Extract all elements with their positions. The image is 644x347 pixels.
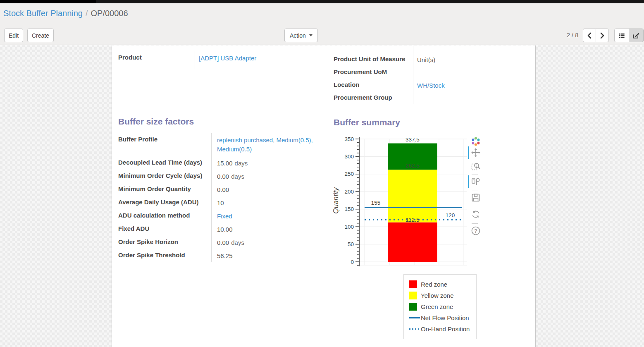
field-label: Buffer Profile <box>118 133 211 156</box>
legend-item[interactable]: Net Flow Position <box>409 312 476 323</box>
legend-label: Net Flow Position <box>421 314 469 321</box>
field-value-link[interactable]: [ADPT] USB Adapter <box>199 55 256 62</box>
field-value-link[interactable]: WH/Stock <box>417 82 445 89</box>
y-tick-label: 350 <box>344 136 354 142</box>
legend-item[interactable]: On-Hand Position <box>409 323 476 335</box>
field-value: 0.00days <box>211 236 321 249</box>
pager-previous-button[interactable] <box>583 29 596 42</box>
compare-data-on-hover-icon[interactable] <box>471 177 481 187</box>
field-label: Product <box>118 51 195 69</box>
legend-item[interactable]: Red zone <box>409 279 476 290</box>
field-label: Procurement UoM <box>334 66 413 79</box>
field-value-text: 0.00 <box>217 239 229 246</box>
view-switcher <box>614 29 644 42</box>
create-button[interactable]: Create <box>27 29 54 42</box>
breadcrumb-parent-link[interactable]: Stock Buffer Planning <box>3 9 83 18</box>
buffer-size-factors-heading: Buffer size factors <box>118 117 194 127</box>
field-value: 15.00days <box>211 156 321 170</box>
field-suffix: days <box>231 173 244 180</box>
field-value[interactable]: replenish purchased, Medium(0.5), Medium… <box>211 133 321 156</box>
legend-label: Green zone <box>421 303 453 310</box>
y-tick-label: 100 <box>344 224 354 230</box>
field-suffix: days <box>235 160 248 167</box>
pan-icon[interactable] <box>471 148 481 158</box>
edit-button[interactable]: Edit <box>4 29 23 42</box>
top-navbar-active-segment <box>0 0 96 3</box>
field-value <box>413 66 528 79</box>
zone-boundary-label: 337.5 <box>405 136 420 143</box>
field-value-text: 56.25 <box>217 252 233 259</box>
form-sheet: Product[ADPT] USB Adapter Your CompanyPr… <box>112 45 536 347</box>
field-value-link[interactable]: Fixed <box>217 213 232 220</box>
field-value[interactable]: Fixed <box>211 209 321 223</box>
field-label: Decoupled Lead Time (days) <box>118 156 211 170</box>
field-suffix: days <box>231 239 244 246</box>
breadcrumb: Stock Buffer Planning/OP/00006 <box>3 9 128 18</box>
form-view-button[interactable] <box>629 29 644 42</box>
pager-next-button[interactable] <box>596 29 609 42</box>
buffer-summary-heading: Buffer summary <box>334 117 400 127</box>
field-label: Location <box>334 79 413 91</box>
y-tick-label: 300 <box>344 153 354 160</box>
line-label: 120 <box>446 212 455 218</box>
pager-buttons <box>583 29 609 42</box>
modebar-active-indicator <box>468 175 469 188</box>
breadcrumb-separator: / <box>86 9 88 18</box>
field-value: Unit(s) <box>413 53 528 66</box>
field-value <box>413 91 528 104</box>
field-value: Your Company <box>413 45 528 53</box>
svg-text:?: ? <box>474 228 477 234</box>
stock-buffer-planning-page: { "breadcrumb": {"parent": "Stock Buffer… <box>0 0 644 347</box>
legend-item[interactable]: Yellow zone <box>409 290 476 301</box>
help-icon[interactable]: ? <box>471 226 481 236</box>
save-icon[interactable] <box>471 193 481 203</box>
modebar-separator <box>472 223 478 224</box>
y-tick-label: 150 <box>344 206 354 212</box>
y-axis-title: Quantity <box>332 187 340 214</box>
field-value[interactable]: [ADPT] USB Adapter <box>195 51 317 69</box>
field-value: 0.00 <box>211 183 321 196</box>
field-label: Minimum Order Quantity <box>118 183 211 196</box>
field-value-text: 10.00 <box>217 226 233 233</box>
yellow-zone-bar <box>388 170 437 222</box>
legend-swatch-square <box>409 303 417 311</box>
field-value-link[interactable]: replenish purchased, Medium(0.5), Medium… <box>217 136 313 153</box>
legend-item[interactable]: Green zone <box>409 301 476 312</box>
control-panel: Stock Buffer Planning/OP/00006 Edit Crea… <box>0 3 644 45</box>
zone-boundary-label: 262.5 <box>405 163 420 169</box>
legend-label: On-Hand Position <box>421 325 470 333</box>
chevron-right-icon <box>599 32 605 39</box>
modebar-active-indicator <box>468 146 469 159</box>
buffer-factors-field-group: Buffer Profilereplenish purchased, Mediu… <box>118 133 321 262</box>
legend-label: Red zone <box>421 281 447 288</box>
field-value-text: 0.00 <box>217 173 229 180</box>
y-tick-label: 50 <box>348 241 354 247</box>
zone-boundary-label: 112.5 <box>406 217 420 223</box>
line-label: 155 <box>371 200 381 206</box>
chevron-left-icon <box>587 32 592 39</box>
legend-swatch-dotted-line <box>409 328 420 330</box>
legend-swatch-square <box>409 292 417 299</box>
modebar-separator <box>472 191 478 191</box>
buffer-summary-chart[interactable]: 155120337.5262.5112.50501001502002503003… <box>331 134 470 275</box>
field-value: 10.00 <box>211 223 321 236</box>
list-view-button[interactable] <box>614 29 629 42</box>
field-value-text: 10 <box>217 199 224 206</box>
reset-axes-icon[interactable] <box>471 209 481 219</box>
field-label: Procurement Group <box>334 91 413 104</box>
y-tick-label: 0 <box>351 259 354 265</box>
info-field-group: Your CompanyProduct Unit of MeasureUnit(… <box>334 45 528 104</box>
zoom-icon[interactable] <box>471 161 481 171</box>
field-value-text: 0.00 <box>217 186 229 193</box>
product-field-group: Product[ADPT] USB Adapter <box>118 51 317 69</box>
action-dropdown-button[interactable]: Action <box>284 29 318 42</box>
field-label: Order Spike Threshold <box>118 249 211 262</box>
field-value[interactable]: WH/Stock <box>413 79 528 91</box>
field-label: Fixed ADU <box>118 223 211 236</box>
y-tick-label: 200 <box>344 189 354 195</box>
field-value-text: 15.00 <box>217 160 233 167</box>
field-value: 10 <box>211 196 321 209</box>
top-navbar-edge <box>0 0 644 3</box>
plotly-logo-icon[interactable] <box>471 136 481 146</box>
field-value-text: Unit(s) <box>417 56 435 63</box>
